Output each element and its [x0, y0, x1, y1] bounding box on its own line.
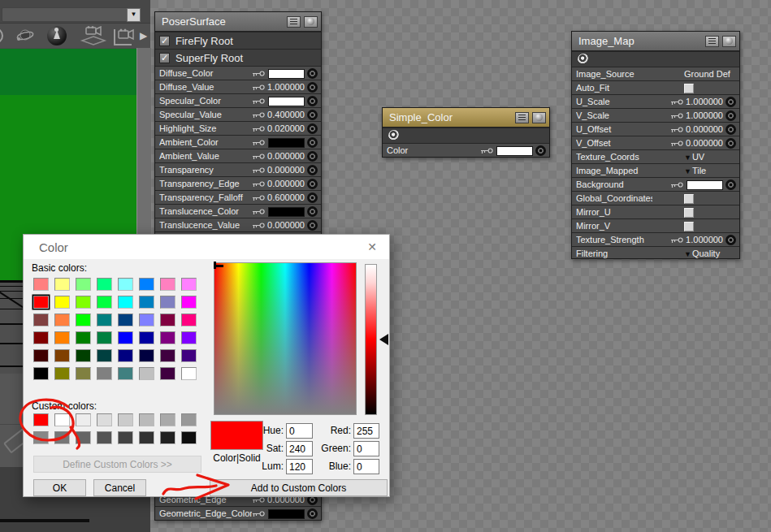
- checkbox-checked[interactable]: ✓: [159, 36, 170, 46]
- node-connector[interactable]: [307, 96, 318, 106]
- custom-color-swatch[interactable]: [160, 413, 175, 426]
- basic-color-swatch[interactable]: [160, 278, 175, 291]
- color-swatch[interactable]: [268, 509, 305, 519]
- node-row-filtering[interactable]: Filtering▼Quality: [572, 246, 739, 260]
- key-animation-icon[interactable]: [252, 208, 266, 215]
- property-value[interactable]: 0.000000: [684, 124, 723, 134]
- node-row-image-mapped[interactable]: Image_Mapped▼Tile: [572, 163, 739, 177]
- key-animation-icon[interactable]: [252, 139, 266, 146]
- property-value[interactable]: 0.000000: [266, 165, 305, 175]
- property-value[interactable]: 0.000000: [266, 151, 305, 161]
- node-row-diffuse-color[interactable]: Diffuse_Color: [155, 66, 321, 80]
- property-value[interactable]: 0.600000: [266, 192, 305, 202]
- viewport-dropdown[interactable]: [2, 7, 128, 22]
- basic-color-swatch[interactable]: [54, 296, 70, 309]
- key-animation-icon[interactable]: [252, 84, 266, 91]
- node-connector[interactable]: [307, 179, 318, 189]
- node-connector[interactable]: [307, 192, 318, 203]
- node-connector[interactable]: [307, 220, 318, 231]
- basic-color-swatch[interactable]: [76, 349, 91, 362]
- node-row-transparency[interactable]: Transparency0.000000: [155, 162, 321, 176]
- node-row-firefly-root[interactable]: ✓FireFly Root: [155, 32, 321, 49]
- basic-color-swatch[interactable]: [33, 314, 49, 327]
- basic-color-swatch[interactable]: [181, 314, 197, 327]
- basic-color-swatch[interactable]: [97, 296, 112, 309]
- key-animation-icon[interactable]: [252, 153, 266, 160]
- property-value[interactable]: 0.000000: [684, 138, 723, 148]
- property-value[interactable]: 1.000000: [266, 82, 305, 92]
- node-row-diffuse-value[interactable]: Diffuse_Value1.000000: [155, 80, 321, 93]
- custom-color-swatch[interactable]: [54, 413, 70, 426]
- ok-button[interactable]: OK: [33, 479, 86, 496]
- define-custom-colors-button[interactable]: Define Custom Colors >>: [33, 456, 201, 473]
- node-row-v-scale[interactable]: V_Scale1.000000: [572, 108, 739, 122]
- basic-color-swatch[interactable]: [33, 349, 49, 362]
- property-value[interactable]: [266, 95, 305, 106]
- basic-color-swatch[interactable]: [97, 349, 112, 362]
- node-connector[interactable]: [307, 68, 318, 79]
- key-animation-icon[interactable]: [252, 222, 266, 229]
- custom-color-swatch[interactable]: [97, 413, 112, 426]
- property-value[interactable]: 1.000000: [684, 97, 723, 106]
- checkbox-checked[interactable]: ✓: [159, 53, 170, 63]
- property-dropdown[interactable]: ▼Tile: [682, 166, 723, 175]
- node-connector[interactable]: [726, 110, 736, 121]
- property-value[interactable]: 1.000000: [684, 110, 723, 120]
- basic-color-swatch[interactable]: [160, 296, 175, 309]
- basic-color-swatch[interactable]: [181, 331, 197, 344]
- custom-color-swatch[interactable]: [181, 413, 197, 426]
- property-value[interactable]: 1.000000: [684, 235, 723, 244]
- basic-color-swatch[interactable]: [181, 278, 197, 291]
- basic-color-swatch[interactable]: [76, 331, 91, 344]
- key-animation-icon[interactable]: [480, 147, 494, 154]
- checkbox-unchecked[interactable]: [684, 84, 694, 93]
- basic-color-swatch[interactable]: [118, 367, 133, 380]
- basic-color-swatch[interactable]: [118, 296, 133, 309]
- custom-color-swatch[interactable]: [160, 431, 175, 444]
- hue-saturation-field[interactable]: [214, 262, 357, 415]
- basic-color-swatch[interactable]: [76, 278, 91, 291]
- custom-color-swatch-red[interactable]: [33, 413, 49, 426]
- node-row-texture-coords[interactable]: Texture_Coords▼UV: [572, 149, 739, 163]
- property-value[interactable]: [266, 136, 305, 147]
- basic-color-swatch[interactable]: [118, 314, 133, 327]
- basic-color-swatch[interactable]: [139, 278, 154, 291]
- preview-sphere-icon[interactable]: [532, 112, 546, 123]
- key-animation-icon[interactable]: [252, 194, 266, 201]
- close-icon[interactable]: ✕: [364, 240, 380, 254]
- node-connector[interactable]: [307, 110, 318, 120]
- basic-color-swatch[interactable]: [33, 278, 49, 291]
- node-row-global-coordinates[interactable]: Global_Coordinates: [572, 191, 739, 205]
- output-socket-icon[interactable]: [388, 130, 400, 141]
- hue-sat-marker[interactable]: [216, 265, 223, 267]
- property-value[interactable]: 0.000000: [266, 179, 305, 188]
- basic-color-swatch[interactable]: [97, 314, 112, 327]
- node-header[interactable]: PoserSurface: [155, 12, 321, 32]
- node-row-ambient-value[interactable]: Ambient_Value0.000000: [155, 149, 321, 162]
- node-row-output[interactable]: [383, 128, 549, 143]
- basic-color-swatch[interactable]: [76, 367, 91, 380]
- basic-color-swatch[interactable]: [33, 367, 49, 380]
- basic-color-swatch[interactable]: [118, 278, 133, 291]
- rotate-sphere-tool-icon[interactable]: [47, 26, 67, 45]
- node-panel-simple-color[interactable]: Simple_Color Color: [382, 107, 550, 158]
- basic-color-swatch[interactable]: [54, 349, 70, 362]
- node-row-transparency-edge[interactable]: Transparency_Edge0.000000: [155, 176, 321, 190]
- checkbox-unchecked[interactable]: [684, 194, 694, 204]
- orbit-tool-icon[interactable]: [16, 26, 34, 45]
- basic-color-swatch-selected[interactable]: [33, 296, 49, 309]
- node-row-superfly-root[interactable]: ✓SuperFly Root: [155, 49, 321, 66]
- node-header[interactable]: Simple_Color: [383, 108, 549, 128]
- partial-tool-icon[interactable]: [0, 26, 8, 45]
- red-input[interactable]: [353, 423, 379, 439]
- luminance-slider-arrow[interactable]: [379, 334, 388, 345]
- node-connector[interactable]: [726, 179, 736, 190]
- properties-list-icon[interactable]: [515, 112, 529, 123]
- cancel-button[interactable]: Cancel: [93, 479, 146, 496]
- luminance-bar[interactable]: [365, 264, 377, 415]
- node-connector[interactable]: [307, 123, 318, 134]
- basic-color-swatch[interactable]: [139, 367, 154, 380]
- property-value[interactable]: [266, 508, 305, 518]
- basic-color-swatch[interactable]: [139, 296, 154, 309]
- property-text-value[interactable]: Ground Def: [684, 69, 723, 79]
